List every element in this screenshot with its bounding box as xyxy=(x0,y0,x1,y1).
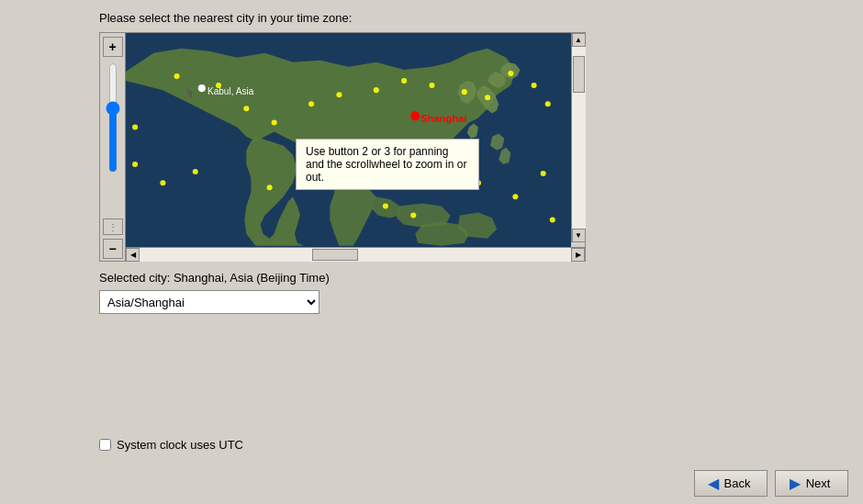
svg-point-4 xyxy=(272,119,277,125)
svg-point-22 xyxy=(383,203,388,208)
scroll-up-button[interactable]: ▲ xyxy=(572,33,586,47)
svg-point-8 xyxy=(401,78,407,84)
utc-label[interactable]: System clock uses UTC xyxy=(117,438,243,452)
svg-point-28 xyxy=(267,185,273,190)
svg-point-13 xyxy=(532,83,537,88)
back-icon: ◀ xyxy=(708,475,719,492)
main-content: Please select the nearest city in your t… xyxy=(0,0,863,463)
svg-text:Kabul, Asia: Kabul, Asia xyxy=(207,86,254,96)
timezone-select[interactable]: Asia/Shanghai Asia/Tokyo Asia/Seoul Asia… xyxy=(99,290,319,314)
svg-point-15 xyxy=(308,139,314,144)
zoom-in-button[interactable]: + xyxy=(103,37,123,57)
scroll-left-button[interactable]: ◀ xyxy=(126,248,140,262)
svg-point-23 xyxy=(410,213,416,218)
map-container: + ⋮ − xyxy=(99,32,586,262)
svg-point-31 xyxy=(198,84,206,92)
scroll-right-button[interactable]: ▶ xyxy=(571,248,585,262)
back-label: Back xyxy=(724,476,751,490)
scroll-thumb-horizontal[interactable] xyxy=(312,249,358,261)
zoom-slider[interactable] xyxy=(105,62,121,173)
svg-point-14 xyxy=(545,101,551,106)
next-button[interactable]: ▶ Next xyxy=(775,470,848,497)
utc-checkbox-row: System clock uses UTC xyxy=(99,420,764,452)
scroll-thumb-vertical[interactable] xyxy=(573,56,585,93)
zoom-controls: + ⋮ − xyxy=(100,33,126,261)
svg-point-3 xyxy=(243,106,249,111)
svg-point-12 xyxy=(508,71,513,76)
svg-point-11 xyxy=(485,95,490,100)
svg-point-25 xyxy=(160,180,165,185)
scroll-track-vertical[interactable] xyxy=(572,47,586,229)
scroll-track-horizontal[interactable] xyxy=(140,248,571,262)
map-and-scrollbar: Shanghai Kabul, Asia Use button 2 or 3 f… xyxy=(126,33,585,261)
back-button[interactable]: ◀ Back xyxy=(694,470,768,497)
map-area[interactable]: Shanghai Kabul, Asia Use button 2 or 3 f… xyxy=(126,33,571,247)
next-icon: ▶ xyxy=(790,475,801,492)
svg-point-20 xyxy=(541,171,546,176)
horizontal-scrollbar: ◀ ▶ xyxy=(126,247,585,261)
instruction-text: Please select the nearest city in your t… xyxy=(99,11,764,25)
svg-point-26 xyxy=(132,162,138,167)
timezone-select-wrapper: Asia/Shanghai Asia/Tokyo Asia/Seoul Asia… xyxy=(99,290,764,314)
svg-point-19 xyxy=(512,194,518,199)
svg-point-6 xyxy=(336,92,342,97)
svg-point-29 xyxy=(410,111,420,120)
svg-point-16 xyxy=(345,152,351,158)
scroll-down-button[interactable]: ▼ xyxy=(572,229,586,242)
svg-point-17 xyxy=(448,152,454,158)
zoom-out-button[interactable]: − xyxy=(103,239,123,259)
svg-text:Shanghai: Shanghai xyxy=(420,113,466,124)
svg-point-5 xyxy=(308,101,314,106)
svg-point-24 xyxy=(193,169,198,174)
next-label: Next xyxy=(806,476,831,490)
map-svg: Shanghai Kabul, Asia xyxy=(126,33,571,247)
svg-point-7 xyxy=(374,87,379,93)
vertical-scrollbar: ▲ ▼ xyxy=(571,33,585,242)
selected-city-label: Selected city: Shanghai, Asia (Beijing T… xyxy=(99,271,764,285)
svg-point-1 xyxy=(174,73,180,79)
bottom-bar: ◀ Back ▶ Next xyxy=(0,463,863,504)
svg-point-21 xyxy=(550,218,555,223)
zoom-center-button[interactable]: ⋮ xyxy=(103,218,123,235)
svg-point-10 xyxy=(462,89,467,95)
zoom-slider-container xyxy=(105,62,121,215)
svg-point-27 xyxy=(132,125,138,130)
utc-checkbox[interactable] xyxy=(99,439,111,451)
svg-point-18 xyxy=(476,180,481,185)
svg-point-9 xyxy=(429,83,434,88)
